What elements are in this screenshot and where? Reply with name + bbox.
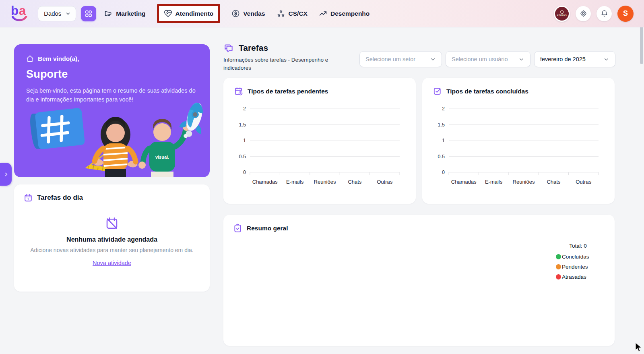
nav-item-marketing[interactable]: Marketing bbox=[104, 9, 145, 18]
dollar-circle-icon bbox=[231, 9, 240, 18]
legend-item-pendentes: Pendentes bbox=[556, 264, 600, 270]
sector-select[interactable]: Selecione um setor bbox=[359, 51, 442, 67]
svg-text:Reuniões: Reuniões bbox=[314, 179, 336, 185]
org-avatar[interactable]: ATRIOS bbox=[554, 6, 570, 22]
gear-icon bbox=[580, 10, 587, 17]
clipboard-check-icon bbox=[233, 224, 242, 233]
nav-item-atendimento[interactable]: Atendimento bbox=[164, 9, 214, 18]
workspace-select[interactable]: Dados bbox=[38, 6, 76, 21]
calendar-off-icon bbox=[105, 216, 119, 230]
user-select-placeholder: Selecione um usuário bbox=[452, 56, 508, 62]
svg-text:visual.: visual. bbox=[155, 155, 169, 159]
chevron-right-icon bbox=[4, 172, 8, 177]
svg-text:1: 1 bbox=[27, 198, 29, 201]
pending-tasks-card: Tipos de tarefas pendentes 00.511.52Cham… bbox=[223, 78, 416, 204]
tasks-today-title: Tarefas do dia bbox=[37, 194, 83, 202]
completed-chart: 00.511.52ChamadasE-mailsReuniõesChatsOut… bbox=[428, 102, 615, 198]
nav-label: Vendas bbox=[243, 10, 265, 17]
org-avatar-label: ATRIOS bbox=[557, 14, 567, 17]
annotation-highlight-box: Atendimento bbox=[157, 4, 221, 23]
chevron-down-icon bbox=[603, 56, 609, 62]
filters-row: Selecione um setor Selecione um usuário … bbox=[359, 51, 615, 67]
tasks-empty-state: Nenhuma atividade agendada Adicione nova… bbox=[14, 202, 210, 267]
chevron-down-icon bbox=[65, 11, 71, 17]
nav-label: Marketing bbox=[116, 10, 145, 17]
tasks-empty-title: Nenhuma atividade agendada bbox=[14, 236, 210, 243]
org-crest-icon bbox=[559, 10, 564, 14]
summary-title: Resumo geral bbox=[247, 225, 288, 232]
sidebar-expand-button[interactable] bbox=[0, 163, 12, 186]
tasks-empty-description: Adicione novas atividades para manter se… bbox=[14, 247, 210, 253]
svg-text:2: 2 bbox=[243, 106, 246, 112]
home-icon bbox=[26, 55, 34, 62]
legend-dot-green bbox=[556, 254, 561, 259]
chevron-down-icon bbox=[518, 56, 524, 62]
svg-text:E-mails: E-mails bbox=[286, 179, 304, 185]
bell-icon bbox=[601, 10, 608, 17]
apps-grid-button[interactable] bbox=[81, 6, 96, 21]
logo-smile-icon bbox=[12, 16, 28, 22]
svg-text:Outras: Outras bbox=[377, 179, 393, 185]
svg-text:0: 0 bbox=[442, 170, 445, 175]
nav-label: Atendimento bbox=[175, 10, 214, 17]
stars-icon bbox=[277, 9, 285, 18]
settings-button[interactable] bbox=[576, 6, 591, 21]
svg-text:1.5: 1.5 bbox=[438, 122, 445, 128]
svg-text:1.5: 1.5 bbox=[239, 122, 246, 128]
main-nav: Marketing Atendimento Vendas bbox=[104, 4, 369, 23]
svg-text:Reuniões: Reuniões bbox=[513, 179, 535, 185]
svg-text:Chats: Chats bbox=[348, 179, 361, 185]
svg-text:Outras: Outras bbox=[576, 179, 592, 185]
completed-tasks-card: Tipos de tarefas concluídas 00.511.52Cha… bbox=[422, 78, 615, 204]
new-activity-link[interactable]: Nova atividade bbox=[93, 260, 131, 266]
topbar-right: ATRIOS S bbox=[554, 6, 634, 22]
workspace-select-value: Dados bbox=[44, 10, 61, 17]
welcome-illustration: visual. bbox=[14, 92, 210, 177]
chevron-down-icon bbox=[430, 56, 436, 62]
calendar-clock-icon bbox=[234, 87, 243, 96]
nav-label: Desempenho bbox=[330, 10, 369, 17]
summary-total: Total: 0 bbox=[556, 243, 600, 249]
scrollbar-thumb[interactable] bbox=[640, 25, 643, 64]
pending-chart-title: Tipos de tarefas pendentes bbox=[248, 88, 328, 95]
trending-up-icon bbox=[319, 9, 327, 18]
svg-text:E-mails: E-mails bbox=[485, 179, 503, 185]
profile-avatar[interactable]: S bbox=[617, 6, 634, 22]
svg-text:1: 1 bbox=[442, 138, 445, 143]
sector-select-placeholder: Selecione um setor bbox=[365, 56, 415, 62]
mouse-cursor-icon bbox=[635, 343, 643, 353]
welcome-description: Seja bem-vindo, esta página tem o resumo… bbox=[26, 86, 198, 104]
nav-item-desempenho[interactable]: Desempenho bbox=[319, 9, 369, 18]
tasks-section-subtitle: Informações sobre tarefas - Desempenho e… bbox=[223, 56, 344, 72]
megaphone-icon bbox=[104, 9, 113, 18]
nav-label: CS/CX bbox=[289, 10, 308, 17]
checkbox-icon bbox=[433, 87, 442, 96]
nav-item-cscx[interactable]: CS/CX bbox=[277, 9, 308, 18]
topbar: b a Dados Marketing bbox=[0, 0, 644, 27]
svg-text:Chamadas: Chamadas bbox=[252, 179, 278, 185]
user-select[interactable]: Selecione um usuário bbox=[446, 51, 530, 67]
month-select[interactable]: fevereiro de 2025 bbox=[534, 51, 615, 67]
completed-chart-title: Tipos de tarefas concluídas bbox=[446, 88, 528, 95]
svg-text:0: 0 bbox=[243, 170, 246, 175]
svg-text:1: 1 bbox=[243, 138, 246, 143]
heart-handshake-icon bbox=[164, 9, 172, 18]
notifications-button[interactable] bbox=[597, 6, 612, 21]
page-scrollbar bbox=[639, 0, 644, 354]
svg-text:2: 2 bbox=[442, 106, 445, 112]
apps-grid-icon bbox=[85, 10, 93, 18]
svg-text:0.5: 0.5 bbox=[438, 154, 445, 159]
welcome-user-title: Suporte bbox=[26, 68, 198, 81]
nav-item-vendas[interactable]: Vendas bbox=[231, 9, 265, 18]
tasks-today-card: 1 Tarefas do dia Nenhuma atividade agend… bbox=[14, 184, 210, 292]
profile-initial: S bbox=[623, 9, 628, 18]
app-logo[interactable]: b a bbox=[10, 4, 31, 23]
svg-text:Chamadas: Chamadas bbox=[451, 179, 477, 185]
welcome-greeting: Bem vindo(a), bbox=[38, 55, 79, 62]
tasks-section-title: Tarefas bbox=[239, 43, 268, 53]
legend-item-atrasadas: Atrasadas bbox=[556, 274, 600, 280]
svg-text:Chats: Chats bbox=[547, 179, 560, 185]
svg-text:0.5: 0.5 bbox=[239, 154, 246, 159]
messages-icon bbox=[223, 43, 234, 53]
tasks-section-header: Tarefas Informações sobre tarefas - Dese… bbox=[223, 43, 356, 72]
